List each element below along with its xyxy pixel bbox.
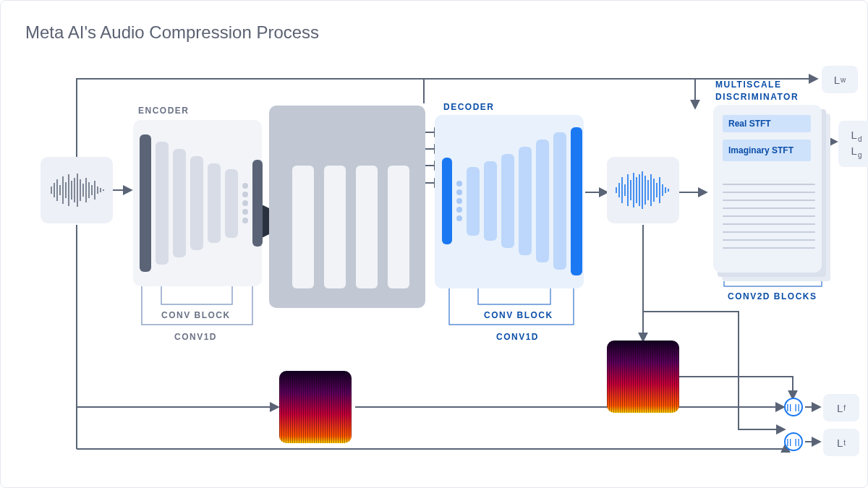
comparator-lf-icon: || || [784, 398, 803, 416]
decoder-label: DECODER [443, 102, 495, 112]
diagram-title: Meta AI's Audio Compression Process [25, 22, 319, 43]
vq-codebook-2 [324, 166, 346, 288]
disc-imag-stft: Imaginary STFT [723, 140, 811, 161]
decoder-conv1d-label: CONV1D [496, 332, 539, 342]
vq-codebook-1 [292, 166, 314, 288]
loss-lw: Lw [822, 66, 858, 93]
decoder-bars [442, 125, 582, 277]
loss-lt: Lt [823, 429, 859, 456]
discriminator-label: MULTISCALE DISCRIMINATOR [715, 79, 817, 103]
input-waveform-icon [41, 157, 113, 223]
output-waveform-icon [607, 157, 679, 223]
decoder-convblock-label: CONV BLOCK [484, 310, 553, 320]
diagram-canvas: Meta AI's Audio Compression Process [0, 0, 868, 488]
encoder-conv1d-label: CONV1D [174, 332, 217, 342]
encoder-convblock-label: CONV BLOCK [161, 310, 231, 320]
vq-codebook-4 [388, 166, 409, 288]
disc-real-stft: Real STFT [723, 115, 811, 132]
comparator-lt-icon: || || [784, 432, 803, 451]
disc-conv2d-label: CONV2D BLOCKS [728, 291, 817, 301]
vq-codebook-3 [356, 166, 378, 288]
spectrogram-input-icon [279, 371, 352, 443]
loss-lf: Lf [823, 394, 859, 421]
loss-ldlg: Ld Lg [838, 121, 868, 167]
disc-conv-lines [723, 177, 815, 255]
encoder-bars [140, 131, 263, 275]
spectrogram-output-icon [607, 341, 679, 413]
encoder-label: ENCODER [138, 106, 190, 116]
